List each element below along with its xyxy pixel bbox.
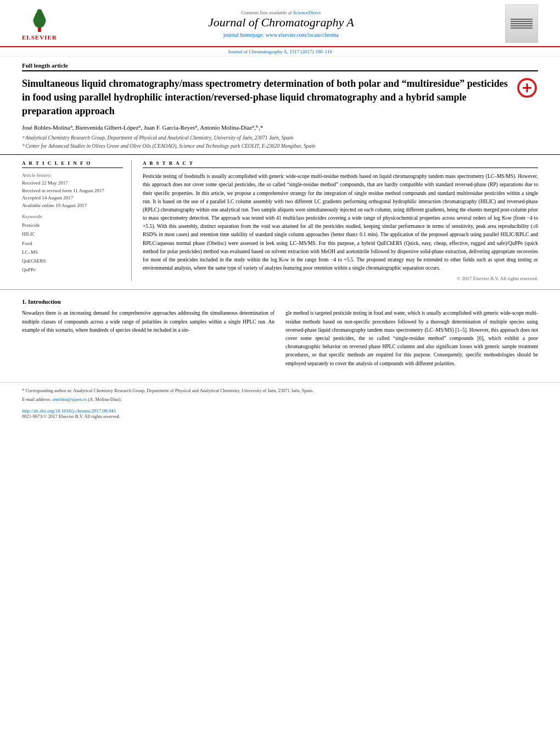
body-content: 1. Introduction Nowadays there is an inc… <box>0 289 560 376</box>
abstract-section: A B S T R A C T Pesticide testing of foo… <box>143 160 538 281</box>
article-title: Simultaneous liquid chromatography/mass … <box>22 77 511 119</box>
keywords-label: Keywords: <box>22 214 123 219</box>
corresponding-author-text: * Corresponding author at: Analytical Ch… <box>22 388 313 393</box>
contents-note: Contents lists available at ScienceDirec… <box>241 10 321 15</box>
abstract-title: A B S T R A C T <box>143 160 538 168</box>
doi-section: http://dx.doi.org/10.1016/j.chroma.2017.… <box>22 408 538 414</box>
received-revised-date: Received in revised form 11 August 2017 <box>22 187 123 195</box>
article-info-title: A R T I C L E I N F O <box>22 160 123 168</box>
keyword-hilic: HILIC <box>22 230 123 238</box>
journal-header: ELSEVIER Contents lists available at Sci… <box>0 0 560 47</box>
history-label: Article history: <box>22 172 123 178</box>
footer: * Corresponding author at: Analytical Ch… <box>0 382 560 424</box>
elsevier-tree-icon <box>26 7 53 33</box>
email-label-text: E-mail address: <box>22 397 51 402</box>
article-type: Full length article <box>22 62 538 71</box>
available-online-date: Available online 19 August 2017 <box>22 202 123 210</box>
authors: José Robles-Molinaᵃ, Bienvenida Gilbert-… <box>22 124 538 131</box>
keyword-food: Food <box>22 239 123 248</box>
page: ELSEVIER Contents lists available at Sci… <box>0 0 560 742</box>
journal-thumb-lines <box>511 18 533 30</box>
author-names: José Robles-Molinaᵃ, Bienvenida Gilbert-… <box>22 124 263 131</box>
copyright-line: © 2017 Elsevier B.V. All rights reserved… <box>143 276 538 281</box>
email-link[interactable]: amolina@ujaen.es <box>52 397 87 402</box>
article-info-panel: A R T I C L E I N F O Article history: R… <box>22 160 132 281</box>
footer-rights: 0021-9673/© 2017 Elsevier B.V. All right… <box>22 414 538 419</box>
svg-text:CrossMark: CrossMark <box>521 95 534 98</box>
article-info-abstract: A R T I C L E I N F O Article history: R… <box>0 154 560 287</box>
title-section: Simultaneous liquid chromatography/mass … <box>22 77 538 119</box>
intro-col2: gle method is targeted pesticide testing… <box>285 309 538 371</box>
thumb-line <box>511 25 533 26</box>
homepage-link[interactable]: journal homepage: www.elsevier.com/locat… <box>57 32 505 38</box>
crossmark-icon: CrossMark <box>516 77 538 99</box>
article-header: Full length article Simultaneous liquid … <box>0 57 560 150</box>
journal-ref-text: Journal of Chromatography A, 1517 (2017)… <box>228 49 332 54</box>
email-footnote: E-mail address: amolina@ujaen.es (A. Mol… <box>22 396 538 403</box>
affiliation-a: ᵃ Analytical Chemistry Research Group, D… <box>22 135 538 142</box>
thumb-line <box>511 21 533 22</box>
intro-col2-text: gle method is targeted pesticide testing… <box>285 310 538 366</box>
abstract-text: Pesticide testing of foodstuffs is usual… <box>143 172 538 272</box>
corresponding-author-note: * Corresponding author at: Analytical Ch… <box>22 387 538 394</box>
intro-col1: Nowadays there is an increasing demand f… <box>22 309 275 371</box>
svg-point-3 <box>36 9 42 18</box>
elsevier-logo: ELSEVIER <box>22 7 57 41</box>
keyword-quechers: QuEChERS <box>22 256 123 265</box>
intro-col1-text: Nowadays there is an increasing demand f… <box>22 310 275 332</box>
journal-title-block: Contents lists available at ScienceDirec… <box>57 9 505 38</box>
intro-two-col: Nowadays there is an increasing demand f… <box>22 309 538 371</box>
intro-section-number: 1. <box>22 298 26 305</box>
keyword-quppe: QuPPe <box>22 265 123 274</box>
elsevier-label: ELSEVIER <box>22 34 57 41</box>
affiliation-b: ᵇ Center for Advanced Studies in Olives … <box>22 143 538 150</box>
thumb-line <box>511 19 533 20</box>
sciencedirect-link[interactable]: ScienceDirect <box>293 10 321 15</box>
keywords-list: Pesticide HILIC Food LC–MS QuEChERS QuPP… <box>22 221 123 274</box>
email-suffix-text: (A. Molina-Díaz). <box>88 397 122 402</box>
journal-reference: Journal of Chromatography A, 1517 (2017)… <box>0 47 560 57</box>
journal-thumbnail <box>505 4 538 43</box>
keyword-lcms: LC–MS <box>22 248 123 256</box>
thumb-line <box>511 23 533 24</box>
journal-name: Journal of Chromatography A <box>57 15 505 30</box>
intro-heading: 1. Introduction <box>22 298 538 305</box>
intro-section-title: Introduction <box>28 298 61 305</box>
thumb-line <box>511 27 533 29</box>
intro-para1: Nowadays there is an increasing demand f… <box>22 309 275 334</box>
intro-para2: gle method is targeted pesticide testing… <box>285 309 538 367</box>
doi-link[interactable]: http://dx.doi.org/10.1016/j.chroma.2017.… <box>22 408 116 414</box>
received-date: Received 22 May 2017 <box>22 180 123 187</box>
accepted-date: Accepted 14 August 2017 <box>22 194 123 202</box>
keyword-pesticide: Pesticide <box>22 221 123 230</box>
